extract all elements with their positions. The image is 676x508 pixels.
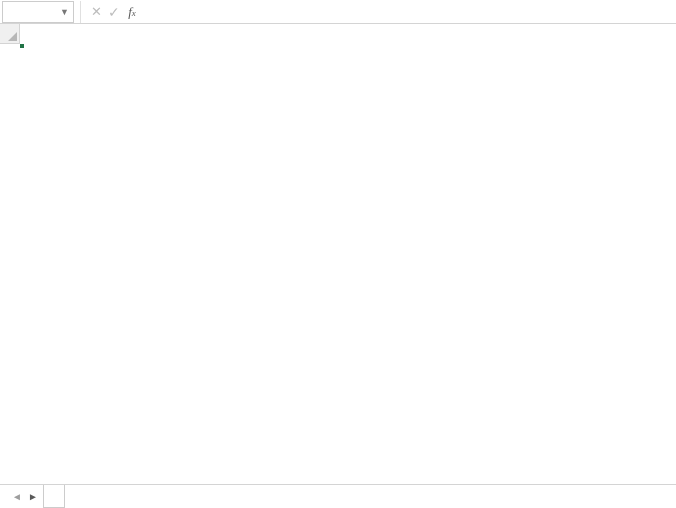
active-cell-selection <box>20 44 24 48</box>
spreadsheet-grid[interactable] <box>0 24 676 484</box>
select-all-corner[interactable] <box>0 24 20 44</box>
separator <box>80 1 81 23</box>
enter-icon: ✓ <box>105 4 123 20</box>
column-headers[interactable] <box>20 24 676 44</box>
tab-overflow[interactable] <box>43 485 65 508</box>
tab-nav[interactable]: ◄ ► <box>6 485 44 508</box>
formula-bar: ▼ ✕ ✓ fx <box>0 0 676 24</box>
fx-icon[interactable]: fx <box>123 4 141 20</box>
name-box-input[interactable] <box>7 5 60 19</box>
cancel-icon: ✕ <box>87 4 105 19</box>
tab-prev-icon[interactable]: ◄ <box>12 491 22 502</box>
tab-next-icon[interactable]: ► <box>28 491 38 502</box>
name-box[interactable]: ▼ <box>2 1 74 23</box>
cells-area[interactable] <box>20 44 676 484</box>
chevron-down-icon[interactable]: ▼ <box>60 7 69 17</box>
fill-handle[interactable] <box>20 44 25 49</box>
formula-input[interactable] <box>141 1 676 23</box>
sheet-tab-strip: ◄ ► <box>0 484 676 508</box>
